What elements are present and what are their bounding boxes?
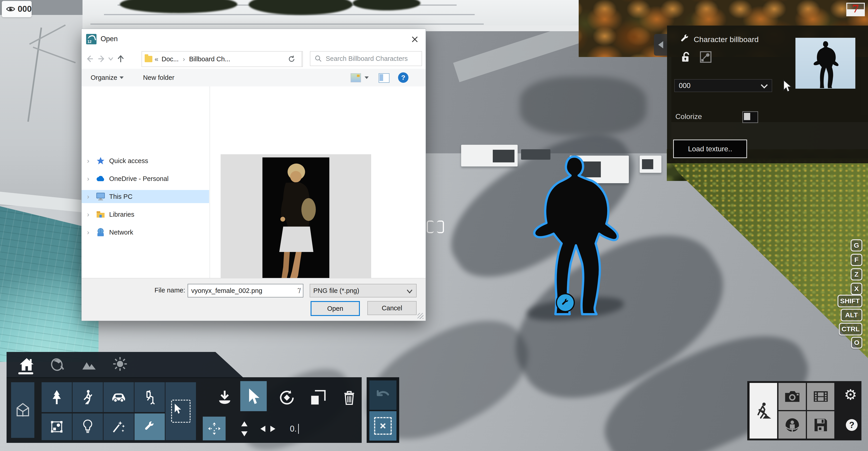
- cursor-icon: [174, 403, 183, 416]
- photo-button[interactable]: [778, 383, 806, 410]
- sidebar-item-onedrive[interactable]: › OneDrive - Personal: [82, 172, 209, 185]
- selected-character-billboard[interactable]: [529, 155, 619, 316]
- organize-button[interactable]: Organize: [91, 74, 117, 82]
- view-mode-icon[interactable]: [350, 73, 361, 82]
- texture-slot-dropdown[interactable]: 000: [674, 79, 772, 92]
- hotkey-g: G: [850, 239, 862, 251]
- help-icon[interactable]: ?: [846, 419, 858, 431]
- cancel-button[interactable]: Cancel: [367, 301, 416, 315]
- sidebar-item-quick-access[interactable]: › Quick access: [82, 154, 209, 168]
- file-thumbnail: [262, 157, 329, 293]
- selection-mode-button[interactable]: [165, 382, 196, 440]
- light-tool[interactable]: [72, 414, 103, 440]
- output-panel: ⚙ ?: [747, 381, 862, 440]
- effects-tool[interactable]: [103, 414, 134, 440]
- decal-tool[interactable]: [41, 414, 72, 440]
- save-icon: [813, 418, 828, 432]
- panel-collapse-button[interactable]: [654, 34, 668, 56]
- panorama-button[interactable]: [778, 411, 806, 439]
- back-icon[interactable]: [84, 53, 95, 65]
- camera-badge[interactable]: 000: [2, 1, 32, 17]
- file-type-select[interactable]: PNG file (*.png): [310, 284, 416, 297]
- load-texture-button[interactable]: Load texture..: [673, 140, 747, 158]
- dialog-titlebar[interactable]: 12 Open: [82, 29, 426, 49]
- search-placeholder: Search Billboard Characters: [326, 55, 408, 62]
- chevron-down-icon: [761, 84, 768, 89]
- rotate-tool-button[interactable]: [273, 384, 301, 411]
- open-file-dialog: 12 Open « Doc... › Billboard Ch...: [81, 29, 426, 321]
- search-input[interactable]: Search Billboard Characters: [310, 51, 422, 66]
- placement-reticle: [427, 220, 444, 231]
- wrench-icon: [680, 34, 690, 44]
- move-tool-selected[interactable]: [203, 417, 225, 440]
- video-button[interactable]: [807, 383, 834, 410]
- drop-to-ground-button[interactable]: [210, 384, 239, 411]
- dialog-navbar: « Doc... › Billboard Ch... Search Billbo…: [82, 49, 426, 69]
- help-icon[interactable]: ?: [398, 72, 408, 83]
- camera-badge-value: 000: [18, 4, 32, 14]
- dialog-footer: File name: vyonyx_female_002.png ˆ̸ PNG …: [82, 278, 426, 321]
- chevron-down-icon[interactable]: ˆ̸: [298, 287, 300, 295]
- horizontal-move-button[interactable]: [257, 421, 278, 437]
- context-object-button[interactable]: [11, 382, 34, 438]
- undo-button[interactable]: [369, 381, 397, 410]
- scale-tool-button[interactable]: [304, 384, 332, 411]
- hotkey-z: Z: [850, 268, 862, 280]
- tab-materials[interactable]: [50, 357, 65, 372]
- transform-icon[interactable]: [699, 50, 713, 64]
- view-mode-caret-icon[interactable]: [365, 77, 369, 79]
- tab-landscape[interactable]: [82, 360, 96, 370]
- left-building-wall: [0, 0, 83, 206]
- vertical-move-button[interactable]: [235, 418, 253, 440]
- dialog-toolbar: Organize New folder ?: [82, 69, 426, 87]
- tab-weather[interactable]: [113, 357, 127, 371]
- file-name-input[interactable]: vyonyx_female_002.png ˆ̸: [188, 284, 303, 297]
- export-button[interactable]: [807, 411, 834, 439]
- sidebar-item-this-pc[interactable]: › This PC: [82, 190, 209, 203]
- x-icon: [379, 422, 386, 429]
- preview-pane-icon[interactable]: [379, 73, 390, 83]
- up-icon[interactable]: [116, 53, 126, 65]
- close-icon[interactable]: [410, 34, 420, 44]
- billboard-texture-thumbnail[interactable]: [796, 38, 855, 89]
- select-tool-selected[interactable]: [240, 381, 267, 411]
- hotkey-f: F: [850, 254, 862, 266]
- vegetation-tool[interactable]: [41, 382, 72, 412]
- folder-icon: [145, 56, 152, 62]
- wrench-icon: [143, 420, 156, 433]
- tab-home-underline: [18, 372, 33, 374]
- character-tool[interactable]: [72, 382, 103, 412]
- colorize-toggle[interactable]: [742, 111, 758, 123]
- file-name-field-label: File name:: [149, 287, 185, 294]
- construction-mode-button[interactable]: [749, 383, 777, 439]
- new-folder-button[interactable]: New folder: [143, 74, 175, 82]
- resize-grip[interactable]: [417, 313, 423, 319]
- hotkey-alt: ALT: [841, 309, 862, 322]
- tools-tool-selected[interactable]: [134, 414, 165, 440]
- breadcrumb-current[interactable]: Billboard Ch...: [189, 55, 230, 63]
- furniture-tool[interactable]: [134, 382, 165, 412]
- forward-icon[interactable]: [96, 53, 107, 65]
- breadcrumb-root[interactable]: Doc...: [162, 55, 179, 63]
- notification-count: 7: [852, 4, 859, 14]
- offset-value-field[interactable]: 0.: [282, 421, 307, 437]
- delete-tool-button[interactable]: [336, 384, 363, 411]
- settings-gear-icon[interactable]: ⚙: [844, 387, 857, 402]
- notification-badge[interactable]: 7: [846, 3, 865, 16]
- recent-locations-icon[interactable]: [107, 53, 115, 65]
- sidebar-item-network[interactable]: › Network: [82, 226, 209, 239]
- breadcrumb[interactable]: « Doc... › Billboard Ch...: [142, 51, 303, 67]
- object-gizmo[interactable]: [556, 293, 575, 312]
- refresh-icon[interactable]: [282, 51, 302, 67]
- hotkey-ctrl: CTRL: [839, 323, 862, 335]
- unlock-icon[interactable]: [680, 51, 692, 64]
- tab-home[interactable]: [19, 357, 34, 371]
- vehicle-tool[interactable]: [103, 382, 134, 412]
- search-icon: [314, 55, 322, 62]
- open-button[interactable]: Open: [311, 301, 360, 316]
- organize-caret-icon: [120, 77, 124, 79]
- sidebar-item-libraries[interactable]: › Libraries: [82, 208, 209, 221]
- cursor-icon: [247, 387, 260, 405]
- cloud-icon: [96, 174, 105, 183]
- clear-selection-button[interactable]: [369, 411, 397, 441]
